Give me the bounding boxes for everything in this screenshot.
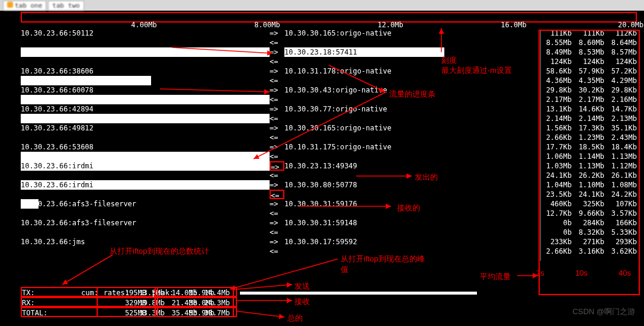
direction-sent-icon: => <box>270 104 284 114</box>
cum-column-box <box>97 287 156 317</box>
anno-rx: 接收 <box>294 296 310 307</box>
remote-host: 10.30.23.13:49349 <box>284 161 444 171</box>
direction-recv-icon: <= <box>270 228 284 237</box>
direction-sent-icon: => <box>270 85 284 95</box>
scale-tick: 16.0Mb <box>501 21 526 29</box>
direction-sent-icon: => <box>270 237 284 247</box>
local-host: 10.30.23.66:42894 <box>21 104 270 114</box>
remote-host: 10.30.23.18:57411 <box>284 47 444 57</box>
scale-tick: 12.0Mb <box>377 21 403 29</box>
anno-peak: 从打开iftop到现在总的峰值 <box>341 254 430 275</box>
local-host: 10.30.23.66:60078 <box>21 85 270 95</box>
watermark: CSDN @啊门之游 <box>572 306 635 317</box>
rates-panel-box <box>539 30 640 295</box>
remote-host: 10.30.30.17:59592 <box>284 237 444 247</box>
direction-recv-icon: <= <box>270 76 284 85</box>
anno-avg: 平均流量 <box>480 271 511 282</box>
rx-label: RX: <box>22 298 81 306</box>
direction-sent-icon: => <box>270 161 284 171</box>
local-host: 10.30.23.66:49812 <box>21 123 270 133</box>
direction-sent-icon: => <box>270 142 284 152</box>
remote-host: 10.30.30.165:origo-native <box>284 28 444 38</box>
direction-sent-icon: => <box>270 66 284 76</box>
direction-recv-icon: <= <box>270 190 284 199</box>
tab-label: tab two <box>52 2 79 9</box>
local-host: 10.30.23.66:afs3-fileserver <box>21 199 270 209</box>
direction-sent-icon: => <box>270 218 284 228</box>
anno-scale: 刻度 <box>441 55 457 66</box>
tab-2[interactable]: tab two <box>48 1 84 11</box>
tab-label: tab one <box>15 2 42 9</box>
anno-tx: 发送 <box>294 281 310 292</box>
anno-recv: 接收的 <box>397 203 420 213</box>
peak-column-box <box>157 287 234 317</box>
tx-label: TX: <box>22 288 81 296</box>
remote-host: 10.30.30.31:59176 <box>284 199 444 209</box>
scale-tick: 4.00Mb <box>131 21 156 29</box>
local-host: 10.30.23.66:53608 <box>21 142 270 152</box>
direction-recv-icon: <= <box>270 95 284 104</box>
local-host: 10.30.23.66:38606 <box>21 66 270 76</box>
local-host: 10.30.23.66:irdmi <box>21 47 270 57</box>
remote-host: 10.30.30.165:origo-native <box>284 123 444 133</box>
remote-host: 10.30.30.31:59148 <box>284 218 444 228</box>
remote-host: 10.30.30.77:origo-native <box>284 104 444 114</box>
direction-recv-icon: <= <box>270 209 284 218</box>
scale-tick: 20.0Mb <box>618 21 643 29</box>
scale-ruler: 4.00Mb 8.00Mb 12.0Mb 16.0Mb 20.0Mb <box>0 11 644 28</box>
remote-host: 10.10.31.178:origo-native <box>284 66 444 76</box>
anno-bar: 流量的进度条 <box>389 89 435 100</box>
svg-line-8 <box>230 259 338 289</box>
direction-recv-icon: <= <box>270 247 284 256</box>
scale-tick: 8.00Mb <box>254 21 280 29</box>
remote-host: 10.10.31.175:origo-native <box>284 142 444 152</box>
tab-1[interactable]: tab one <box>3 1 46 11</box>
anno-scale2: 最大刻度通过-m设置 <box>441 65 512 76</box>
direction-recv-icon: <= <box>270 57 284 66</box>
direction-sent-icon: => <box>270 180 284 190</box>
local-host: 10.30.23.66:irdmi <box>21 161 270 171</box>
direction-recv-icon: <= <box>270 38 284 47</box>
local-host: 10.30.23.66:jms <box>21 237 270 247</box>
anno-total: 总的 <box>287 313 303 324</box>
total-label: TOTAL: <box>22 308 81 316</box>
direction-sent-icon: => <box>270 28 284 38</box>
direction-sent-icon: => <box>270 123 284 133</box>
local-host: 10.30.23.66:irdmi <box>21 180 270 190</box>
anno-cum: 从打开iftop到现在的总数统计 <box>110 246 209 257</box>
direction-sent-icon: => <box>270 47 284 57</box>
direction-recv-icon: <= <box>270 152 284 161</box>
local-host: 10.30.23.66:afs3-fileserver <box>21 218 270 228</box>
svg-line-7 <box>62 255 113 285</box>
rate-headers: 2s 10s 40s <box>536 269 631 277</box>
local-host: 10.30.23.66:50112 <box>21 28 270 38</box>
anno-sent: 发出的 <box>415 172 438 183</box>
direction-recv-icon: <= <box>270 133 284 142</box>
window-titlebar: tab one tab two <box>0 0 644 11</box>
direction-recv-icon: <= <box>270 114 284 123</box>
direction-recv-icon: <= <box>270 171 284 180</box>
direction-sent-icon: => <box>270 199 284 209</box>
